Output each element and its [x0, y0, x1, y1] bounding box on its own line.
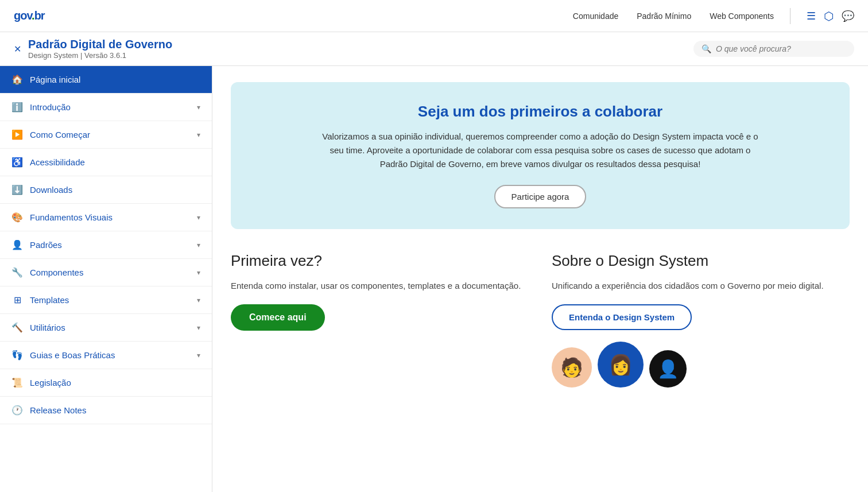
sidebar-label-8: Templates: [30, 295, 190, 305]
site-info: Padrão Digital de Governo Design System …: [28, 38, 172, 60]
main-content: Seja um dos primeiros a colaborar Valori…: [212, 66, 868, 492]
banner-text: Valorizamos a sua opinião individual, qu…: [322, 130, 758, 171]
sidebar-item-legislao[interactable]: 📜Legislação: [0, 369, 212, 397]
sidebar-label-7: Componentes: [30, 268, 190, 277]
sidebar-icon-8: ⊞: [11, 295, 23, 305]
top-nav-links: Comunidade Padrão Mínimo Web Components: [573, 11, 774, 21]
chevron-down-icon-10: ▾: [197, 351, 200, 359]
primeira-vez-text: Entenda como instalar, usar os component…: [231, 279, 529, 293]
figure-2: 👩: [598, 342, 644, 388]
sidebar-label-11: Legislação: [30, 378, 200, 388]
sidebar-icon-3: ♿: [11, 157, 23, 168]
main-layout: 🏠Página inicialℹ️Introdução▾▶️Como Começ…: [0, 66, 868, 492]
chevron-down-icon-5: ▾: [197, 214, 200, 222]
sidebar-icon-9: 🔨: [11, 322, 23, 333]
sidebar-item-utilitrios[interactable]: 🔨Utilitários▾: [0, 314, 212, 342]
sidebar-label-9: Utilitários: [30, 323, 190, 332]
chevron-down-icon-1: ▾: [197, 103, 200, 111]
chevron-down-icon-9: ▾: [197, 324, 200, 332]
sidebar-icon-2: ▶️: [11, 129, 23, 140]
discord-icon[interactable]: 💬: [842, 10, 854, 22]
sidebar-icon-11: 📜: [11, 377, 23, 388]
chevron-down-icon-2: ▾: [197, 131, 200, 139]
logo[interactable]: gov.br: [14, 9, 45, 22]
sidebar-label-10: Guias e Boas Práticas: [30, 350, 190, 360]
close-button[interactable]: ✕: [14, 44, 21, 55]
sidebar-label-6: Padrões: [30, 240, 190, 250]
sidebar-label-1: Introdução: [30, 102, 190, 112]
sidebar: 🏠Página inicialℹ️Introdução▾▶️Como Começ…: [0, 66, 212, 492]
design-system-title: Sobre o Design System: [552, 252, 850, 270]
sidebar-item-release-notes[interactable]: 🕐Release Notes: [0, 397, 212, 424]
sidebar-icon-4: ⬇️: [11, 184, 23, 195]
top-navigation: gov.br Comunidade Padrão Mínimo Web Comp…: [0, 0, 868, 32]
two-column-section: Primeira vez? Entenda como instalar, usa…: [231, 252, 850, 388]
sidebar-icon-1: ℹ️: [11, 102, 23, 113]
sidebar-icon-5: 🎨: [11, 212, 23, 223]
collaboration-banner: Seja um dos primeiros a colaborar Valori…: [231, 82, 850, 229]
search-bar[interactable]: 🔍: [693, 41, 854, 57]
chevron-down-icon-8: ▾: [197, 296, 200, 304]
sidebar-icon-0: 🏠: [11, 74, 23, 85]
sidebar-item-guias-e-boas-prticas[interactable]: 👣Guias e Boas Práticas▾: [0, 342, 212, 369]
nav-comunidade[interactable]: Comunidade: [573, 11, 618, 21]
site-subtitle: Design System | Versão 3.6.1: [28, 51, 172, 60]
list-icon[interactable]: ☰: [807, 10, 816, 22]
primeira-vez-section: Primeira vez? Entenda como instalar, usa…: [231, 252, 529, 388]
sidebar-item-acessibilidade[interactable]: ♿Acessibilidade: [0, 149, 212, 176]
banner-title: Seja um dos primeiros a colaborar: [254, 103, 827, 121]
sidebar-item-introduo[interactable]: ℹ️Introdução▾: [0, 94, 212, 121]
chevron-down-icon-6: ▾: [197, 241, 200, 249]
nav-web-components[interactable]: Web Components: [710, 11, 774, 21]
sidebar-item-como-comear[interactable]: ▶️Como Começar▾: [0, 121, 212, 149]
primeira-vez-title: Primeira vez?: [231, 252, 529, 270]
sidebar-label-4: Downloads: [30, 185, 200, 195]
nav-divider: [790, 8, 790, 24]
sidebar-item-componentes[interactable]: 🔧Componentes▾: [0, 259, 212, 286]
header-left: ✕ Padrão Digital de Governo Design Syste…: [14, 38, 172, 60]
participe-button[interactable]: Participe agora: [494, 185, 587, 208]
sidebar-item-padres[interactable]: 👤Padrões▾: [0, 231, 212, 259]
hexagon-icon[interactable]: ⬡: [824, 9, 834, 23]
sidebar-item-downloads[interactable]: ⬇️Downloads: [0, 176, 212, 204]
sidebar-icon-7: 🔧: [11, 267, 23, 278]
top-nav-icons: ☰ ⬡ 💬: [807, 9, 854, 23]
sidebar-label-12: Release Notes: [30, 405, 200, 415]
search-icon: 🔍: [702, 44, 711, 53]
nav-padrao-minimo[interactable]: Padrão Mínimo: [637, 11, 691, 21]
chevron-down-icon-7: ▾: [197, 269, 200, 277]
sidebar-label-3: Acessibilidade: [30, 157, 200, 167]
sidebar-label-2: Como Começar: [30, 130, 190, 140]
design-system-text: Unificando a experiência dos cidadãos co…: [552, 279, 850, 293]
sidebar-item-fundamentos-visuais[interactable]: 🎨Fundamentos Visuais▾: [0, 204, 212, 231]
sidebar-label-5: Fundamentos Visuais: [30, 212, 190, 222]
sidebar-item-pgina-inicial[interactable]: 🏠Página inicial: [0, 66, 212, 94]
logo-text: gov.br: [14, 9, 45, 22]
secondary-header: ✕ Padrão Digital de Governo Design Syste…: [0, 32, 868, 66]
design-system-section: Sobre o Design System Unificando a exper…: [552, 252, 850, 388]
entenda-design-system-button[interactable]: Entenda o Design System: [552, 304, 692, 330]
search-input[interactable]: [716, 44, 846, 53]
figure-1: 🧑: [552, 347, 592, 388]
site-title: Padrão Digital de Governo: [28, 38, 172, 51]
sidebar-item-templates[interactable]: ⊞Templates▾: [0, 286, 212, 314]
illustration: 🧑 👩 👤: [552, 342, 850, 388]
sidebar-label-0: Página inicial: [30, 75, 200, 84]
sidebar-icon-12: 🕐: [11, 405, 23, 416]
figure-3: 👤: [649, 350, 687, 388]
sidebar-icon-10: 👣: [11, 350, 23, 361]
comece-aqui-button[interactable]: Comece aqui: [231, 304, 325, 331]
sidebar-icon-6: 👤: [11, 239, 23, 250]
